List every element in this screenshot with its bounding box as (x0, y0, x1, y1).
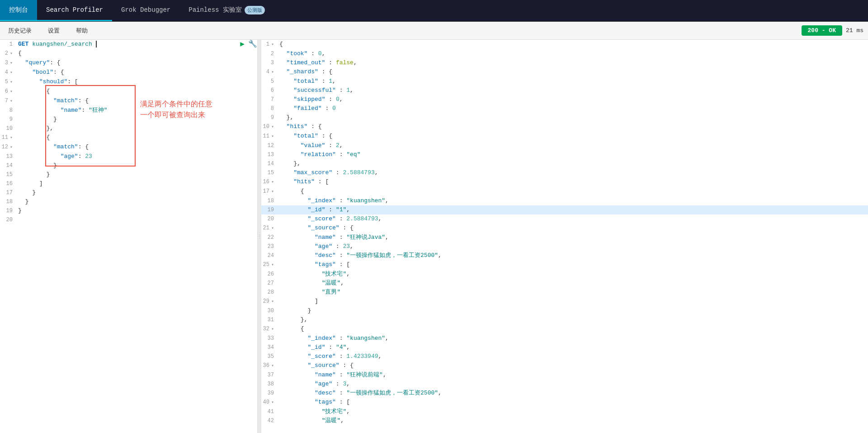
line-num-12: 12▾ (0, 143, 16, 152)
line-num-5: 5▾ (0, 77, 16, 87)
code-line-15: 15 } (0, 170, 257, 179)
left-editor-area[interactable]: 1 GET kuangshen/_search ▶ 🔧 2▾ { 3▾ "que… (0, 40, 257, 433)
right-line-content-32: { (278, 324, 868, 333)
right-line-38: 38 "age" : 3, (261, 380, 868, 389)
nav-history[interactable]: 历史记录 (5, 25, 35, 37)
line-num-8: 8 (0, 106, 16, 115)
line-num-18: 18 (0, 197, 16, 206)
right-line-num-21: 21▾ (261, 224, 278, 233)
play-button[interactable]: ▶ (240, 40, 245, 49)
right-line-28: 28 "直男" (261, 288, 868, 297)
right-line-content-19: "_id" : "1", (278, 205, 868, 214)
right-line-32: 32▾ { (261, 324, 868, 334)
line-num-4: 4▾ (0, 68, 16, 77)
line-content-9: } (16, 115, 257, 124)
code-line-12: 12▾ "match": { (0, 143, 257, 152)
code-line-7: 7▾ "match": { (0, 96, 257, 106)
line1-code: GET kuangshen/_search (18, 40, 236, 49)
line-content-6: { (16, 87, 257, 96)
right-line-6: 6 "successful" : 1, (261, 86, 868, 95)
right-line-content-30: } (278, 306, 868, 315)
right-line-content-3: "timed_out" : false, (278, 58, 868, 67)
right-line-content-1: { (278, 40, 868, 49)
nav-item-console[interactable]: 控制台 (0, 0, 37, 21)
wrench-icon[interactable]: 🔧 (248, 40, 257, 49)
right-editor-panel[interactable]: 1▾ { 2 "took" : 0, 3 "timed_out" : false… (261, 40, 868, 433)
right-line-30: 30 } (261, 306, 868, 315)
right-line-num-18: 18 (261, 196, 278, 205)
right-line-num-3: 3 (261, 58, 278, 67)
nav-item-search-profiler[interactable]: Search Profiler (37, 0, 112, 21)
right-line-1: 1▾ { (261, 40, 868, 49)
right-line-42: 42 "温暖", (261, 416, 868, 425)
nav-grok-label: Grok Debugger (121, 6, 170, 14)
right-line-3: 3 "timed_out" : false, (261, 58, 868, 67)
right-line-content-15: "max_score" : 2.5884793, (278, 168, 868, 177)
line-content-2: { (16, 49, 257, 58)
nav-item-painless-lab[interactable]: Painless 实验室 公测版 (179, 0, 274, 21)
right-line-num-2: 2 (261, 49, 278, 58)
line-content-20 (16, 215, 257, 224)
nav-settings[interactable]: 设置 (44, 25, 63, 37)
right-line-content-2: "took" : 0, (278, 49, 868, 58)
right-line-num-17: 17▾ (261, 187, 278, 196)
line-num-2: 2▾ (0, 49, 16, 58)
right-line-content-9: }, (278, 113, 868, 122)
right-line-num-31: 31 (261, 315, 278, 324)
right-line-content-11: "total" : { (278, 132, 868, 141)
right-line-content-28: "直男" (278, 288, 868, 297)
line-content-16: ] (16, 179, 257, 188)
right-line-num-42: 42 (261, 416, 278, 425)
code-line-11: 11▾ { (0, 133, 257, 143)
right-line-content-41: "技术宅", (278, 407, 868, 416)
line-content-15: } (16, 170, 257, 179)
right-line-41: 41 "技术宅", (261, 407, 868, 416)
right-line-content-6: "successful" : 1, (278, 86, 868, 95)
right-line-num-41: 41 (261, 407, 278, 416)
right-line-num-29: 29▾ (261, 297, 278, 306)
right-line-num-32: 32▾ (261, 324, 278, 334)
right-line-num-10: 10▾ (261, 122, 278, 132)
line-num-20: 20 (0, 215, 16, 224)
right-line-31: 31 }, (261, 315, 868, 324)
right-line-num-9: 9 (261, 113, 278, 122)
right-line-34: 34 "_id" : "4", (261, 343, 868, 352)
right-line-14: 14 }, (261, 159, 868, 168)
line-num-16: 16 (0, 179, 16, 188)
right-line-37: 37 "name" : "狂神说前端", (261, 371, 868, 380)
status-time: 21 ms (846, 27, 863, 34)
right-line-content-22: "name" : "狂神说Java", (278, 233, 868, 242)
code-line-13: 13 "age": 23 (0, 152, 257, 161)
right-line-content-17: { (278, 187, 868, 196)
right-line-8: 8 "failed" : 0 (261, 104, 868, 113)
right-line-25: 25▾ "tags" : [ (261, 260, 868, 270)
right-line-content-36: "_source" : { (278, 361, 868, 370)
line-content-7: "match": { (16, 96, 257, 105)
line-content-4: "bool": { (16, 68, 257, 77)
right-line-35: 35 "_score" : 1.4233949, (261, 352, 868, 361)
line-num-19: 19 (0, 206, 16, 215)
code-line-18: 18 } (0, 197, 257, 206)
right-line-num-16: 16▾ (261, 177, 278, 187)
right-line-content-42: "温暖", (278, 416, 868, 425)
right-line-9: 9 }, (261, 113, 868, 122)
second-nav: 历史记录 设置 帮助 200 - OK 21 ms (0, 22, 868, 40)
right-line-23: 23 "age" : 23, (261, 242, 868, 251)
right-line-4: 4▾ "_shards" : { (261, 67, 868, 77)
code-line-19: 19 } (0, 206, 257, 215)
panel-splitter[interactable]: ⋮ (258, 40, 261, 433)
nav-item-grok-debugger[interactable]: Grok Debugger (112, 0, 179, 21)
right-line-content-5: "total" : 1, (278, 77, 868, 86)
painless-badge: 公测版 (245, 6, 265, 14)
code-line-14: 14 } (0, 161, 257, 170)
nav-help[interactable]: 帮助 (72, 25, 91, 37)
right-line-39: 39 "desc" : "一顿操作猛如虎，一看工资2500", (261, 389, 868, 398)
line-content-19: } (16, 206, 257, 215)
code-line-17: 17 } (0, 188, 257, 197)
top-nav: 控制台 Search Profiler Grok Debugger Painle… (0, 0, 868, 22)
line-num-13: 13 (0, 152, 16, 161)
right-line-33: 33 "_index" : "kuangshen", (261, 334, 868, 343)
line-content-8: "name": "狂神" (16, 106, 257, 115)
right-line-content-14: }, (278, 159, 868, 168)
right-line-content-26: "技术宅", (278, 270, 868, 279)
